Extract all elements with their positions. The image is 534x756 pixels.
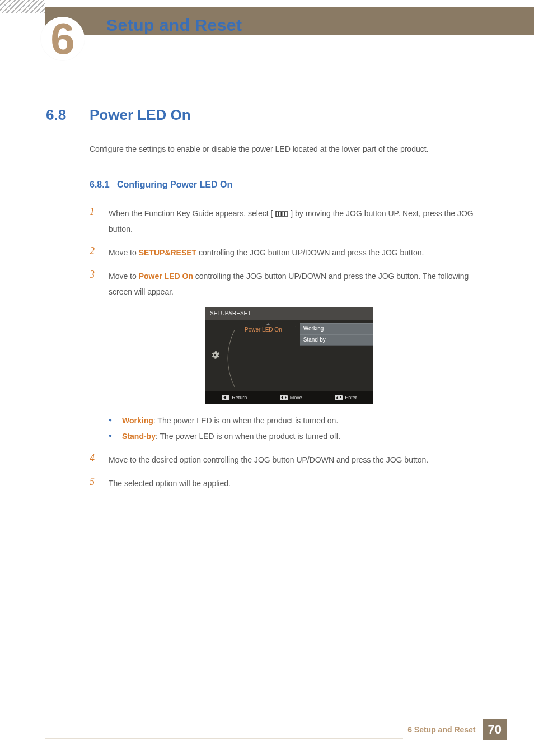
chapter-title: Setup and Reset [106,16,242,35]
step-3: 3 Move to Power LED On controlling the J… [90,268,489,300]
option-descriptions: ● Working: The power LED is on when the … [109,413,489,444]
osd-arc-graphic [218,328,239,389]
osd-move-label: Move [290,394,302,402]
bullet-bold: Working [122,416,153,425]
step-number: 5 [90,475,109,491]
osd-option-standby: Stand-by [300,334,373,346]
osd-title: SETUP&RESET [205,307,373,320]
step-5: 5 The selected option will be applied. [90,475,489,491]
step-1: 1 When the Function Key Guide appears, s… [90,206,489,237]
content-area: Configure the settings to enable or disa… [90,143,489,499]
footer-page-number: 70 [483,719,507,740]
osd-option-working: Working [300,323,373,334]
subsection-title: Configuring Power LED On [117,180,232,189]
footer-chapter-label: 6 Setup and Reset [407,725,475,734]
bullet-text: : The power LED is on when the product i… [156,432,340,441]
subsection-heading: 6.8.1 Configuring Power LED On [90,178,489,192]
osd-screenshot-wrap: SETUP&RESET [90,307,489,404]
osd-screenshot: SETUP&RESET [205,307,373,404]
osd-enter-label: Enter [345,394,357,402]
osd-return-label: Return [232,394,247,402]
osd-menu-item: Power LED On [245,323,292,334]
bullet-icon: ● [109,413,112,428]
setup-reset-label: SETUP&RESET [139,248,196,257]
subsection-number: 6.8.1 [90,180,110,189]
return-arrow-icon [222,395,229,400]
chapter-number-badge: 6 [40,0,85,67]
osd-enter-hint: Enter [335,394,357,402]
osd-return-hint: Return [222,394,247,402]
step-body: Move to the desired option controlling t… [109,452,489,468]
step-number: 3 [90,268,109,300]
step-text-pre: Move to [109,272,139,281]
chapter-number: 6 [50,17,74,60]
bullet-text: : The power LED is on when the product i… [153,416,339,425]
section-intro: Configure the settings to enable or disa… [90,143,489,155]
osd-move-hint: Move [280,394,302,402]
move-arrows-icon [280,395,288,400]
step-body: Move to SETUP&RESET controlling the JOG … [109,245,489,260]
step-number: 2 [90,245,109,260]
footer-rule [45,738,403,739]
svg-rect-3 [284,212,285,216]
section-title: Power LED On [90,106,191,124]
step-number: 1 [90,206,109,237]
osd-colon: : [295,323,297,332]
bullet-standby: ● Stand-by: The power LED is on when the… [109,428,489,444]
step-text-pre: Move to [109,248,139,257]
osd-footer: Return Move [205,391,373,404]
step-body: When the Function Key Guide appears, sel… [109,206,489,237]
osd-menu-label: Power LED On [245,326,282,333]
enter-icon [335,395,343,400]
svg-rect-1 [278,212,279,216]
step-text-pre: When the Function Key Guide appears, sel… [109,209,273,218]
power-led-on-label: Power LED On [139,272,193,281]
svg-rect-2 [281,212,283,216]
step-body: Move to Power LED On controlling the JOG… [109,268,489,300]
step-4: 4 Move to the desired option controlling… [90,452,489,468]
svg-point-4 [214,354,216,356]
step-number: 4 [90,452,109,468]
step-body: The selected option will be applied. [109,475,489,491]
section-number: 6.8 [46,106,66,124]
up-arrow-icon [266,323,270,325]
gear-icon [210,350,220,360]
osd-option-list: Working Stand-by [300,323,373,346]
bullet-bold: Stand-by [122,432,156,441]
bullet-icon: ● [109,428,112,444]
menu-icon [275,210,288,218]
page-footer: 6 Setup and Reset 70 [407,719,507,740]
corner-hatch [0,0,45,13]
step-2: 2 Move to SETUP&RESET controlling the JO… [90,245,489,260]
step-text-post: controlling the JOG button UP/DOWN and p… [199,248,424,257]
bullet-working: ● Working: The power LED is on when the … [109,413,489,428]
